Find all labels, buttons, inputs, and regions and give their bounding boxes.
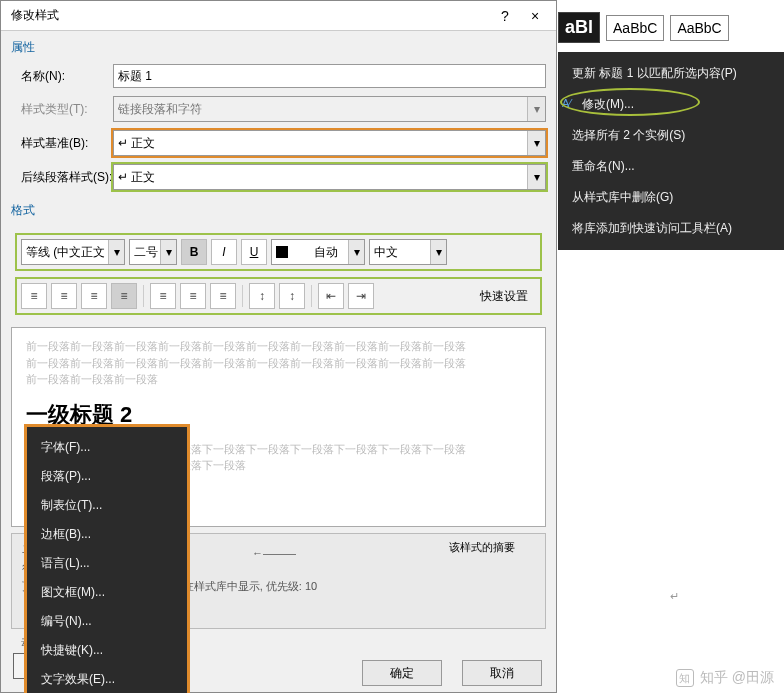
style-context-menu: 更新 标题 1 以匹配所选内容(P) A⁄修改(M)... 选择所有 2 个实例…	[558, 52, 784, 250]
type-select: 链接段落和字符 ▾	[113, 96, 546, 122]
format-toolbar-2: ≡ ≡ ≡ ≡ ≡ ≡ ≡ ↕ ↕ ⇤ ⇥ 快速设置	[15, 277, 542, 315]
arrow-icon: ←———	[252, 544, 296, 563]
menu-item-shortcut[interactable]: 快捷键(K)...	[27, 636, 187, 665]
summary-annotation: 该样式的摘要	[449, 538, 515, 557]
dialog-title: 修改样式	[7, 7, 490, 24]
menu-item-font[interactable]: 字体(F)...	[27, 433, 187, 462]
font-size-select[interactable]: 二号▾	[129, 239, 177, 265]
quick-settings-label[interactable]: 快速设置	[472, 288, 536, 305]
style-gallery: aBl AaBbC AaBbC	[558, 12, 729, 43]
line-spacing-2-button[interactable]: ≡	[210, 283, 236, 309]
style-chip-normal[interactable]: AaBbC	[606, 15, 664, 41]
pilcrow-icon: ↵	[670, 590, 679, 603]
menu-modify[interactable]: A⁄修改(M)...	[558, 89, 784, 120]
section-attributes: 属性	[1, 31, 556, 60]
menu-item-paragraph[interactable]: 段落(P)...	[27, 462, 187, 491]
menu-item-frame[interactable]: 图文框(M)...	[27, 578, 187, 607]
italic-button[interactable]: I	[211, 239, 237, 265]
menu-item-numbering[interactable]: 编号(N)...	[27, 607, 187, 636]
menu-select-all[interactable]: 选择所有 2 个实例(S)	[558, 120, 784, 151]
format-toolbar-1: 等线 (中文正文▾ 二号▾ B I U 自动▾ 中文▾	[15, 233, 542, 271]
bold-button[interactable]: B	[181, 239, 207, 265]
chevron-down-icon[interactable]: ▾	[527, 131, 545, 155]
zhihu-icon: 知	[676, 669, 694, 687]
based-select[interactable]: ↵ 正文 ▾	[113, 130, 546, 156]
font-color-select[interactable]: 自动▾	[271, 239, 365, 265]
indent-dec-button[interactable]: ⇤	[318, 283, 344, 309]
based-label: 样式基准(B):	[11, 135, 113, 152]
align-left-button[interactable]: ≡	[21, 283, 47, 309]
chevron-down-icon[interactable]: ▾	[108, 240, 124, 264]
preview-heading: 一级标题 2	[26, 398, 531, 431]
align-center-button[interactable]: ≡	[51, 283, 77, 309]
watermark: 知 知乎 @田源	[676, 669, 774, 687]
section-format: 格式	[1, 194, 556, 223]
menu-item-tabs[interactable]: 制表位(T)...	[27, 491, 187, 520]
menu-item-border[interactable]: 边框(B)...	[27, 520, 187, 549]
font-family-select[interactable]: 等线 (中文正文▾	[21, 239, 125, 265]
align-justify-button[interactable]: ≡	[111, 283, 137, 309]
ok-button[interactable]: 确定	[362, 660, 442, 686]
align-right-button[interactable]: ≡	[81, 283, 107, 309]
menu-rename[interactable]: 重命名(N)...	[558, 151, 784, 182]
name-label: 名称(N):	[11, 68, 113, 85]
follow-select[interactable]: ↵ 正文 ▾	[113, 164, 546, 190]
line-spacing-15-button[interactable]: ≡	[180, 283, 206, 309]
style-chip-heading1[interactable]: aBl	[558, 12, 600, 43]
format-context-menu: 字体(F)... 段落(P)... 制表位(T)... 边框(B)... 语言(…	[27, 427, 187, 693]
titlebar: 修改样式 ? ×	[1, 1, 556, 31]
menu-update-match[interactable]: 更新 标题 1 以匹配所选内容(P)	[558, 58, 784, 89]
para-space-inc-button[interactable]: ↕	[249, 283, 275, 309]
menu-item-language[interactable]: 语言(L)...	[27, 549, 187, 578]
follow-label: 后续段落样式(S):	[11, 169, 113, 186]
indent-inc-button[interactable]: ⇥	[348, 283, 374, 309]
dialog-footer: 确定 取消	[362, 660, 542, 686]
type-label: 样式类型(T):	[11, 101, 113, 118]
chevron-down-icon: ▾	[527, 97, 545, 121]
menu-remove-gallery[interactable]: 从样式库中删除(G)	[558, 182, 784, 213]
a-icon: A⁄	[562, 97, 571, 109]
name-input[interactable]: 标题 1	[113, 64, 546, 88]
help-button[interactable]: ?	[490, 1, 520, 31]
menu-add-qat[interactable]: 将库添加到快速访问工具栏(A)	[558, 213, 784, 244]
chevron-down-icon[interactable]: ▾	[527, 165, 545, 189]
chevron-down-icon[interactable]: ▾	[430, 240, 446, 264]
underline-button[interactable]: U	[241, 239, 267, 265]
chevron-down-icon[interactable]: ▾	[160, 240, 176, 264]
para-space-dec-button[interactable]: ↕	[279, 283, 305, 309]
lang-select[interactable]: 中文▾	[369, 239, 447, 265]
chevron-down-icon[interactable]: ▾	[348, 240, 364, 264]
style-chip-list[interactable]: AaBbC	[670, 15, 728, 41]
line-spacing-1-button[interactable]: ≡	[150, 283, 176, 309]
close-button[interactable]: ×	[520, 1, 550, 31]
menu-item-texteffect[interactable]: 文字效果(E)...	[27, 665, 187, 693]
cancel-button[interactable]: 取消	[462, 660, 542, 686]
